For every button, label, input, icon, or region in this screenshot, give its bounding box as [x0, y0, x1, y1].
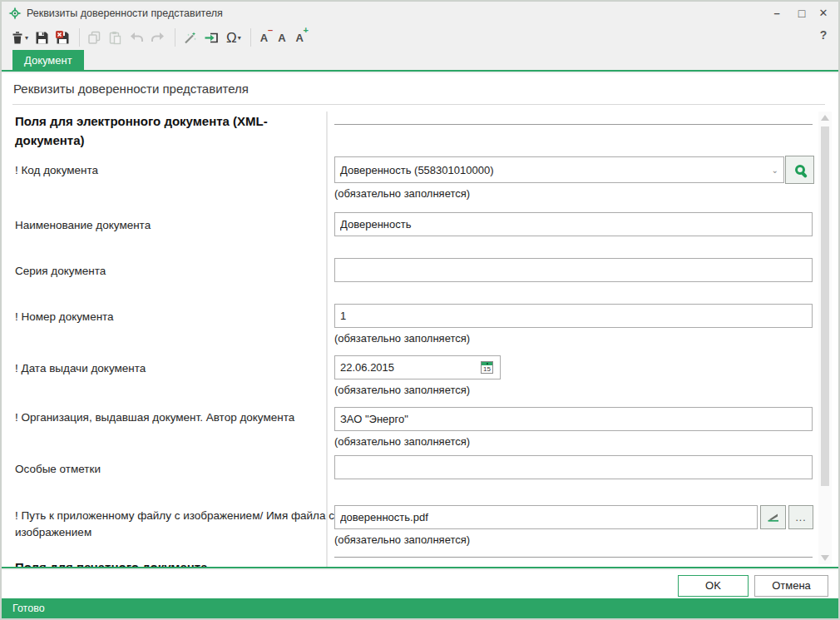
minimize-button[interactable]: –	[765, 4, 788, 22]
toolbar-separator	[79, 28, 80, 47]
ok-button[interactable]: OK	[678, 575, 749, 597]
magic-wand-icon	[183, 31, 197, 45]
trash-icon	[11, 31, 24, 45]
plus-icon: +	[303, 25, 308, 35]
section-header-xml: Поля для электронного документа (XML-док…	[15, 112, 323, 150]
font-letter: A	[278, 32, 285, 44]
font-increase-button[interactable]: A+	[292, 27, 308, 48]
doc-series-input[interactable]	[334, 258, 813, 282]
label-doc-number: ! Номер документа	[15, 309, 324, 325]
label-doc-series: Серия документа	[15, 263, 324, 280]
ellipsis-icon: ...	[795, 514, 806, 521]
status-bar: Готово	[2, 598, 838, 618]
dialog-window: Реквизиты доверенности представителя – □…	[0, 0, 840, 620]
form-content: Реквизиты доверенности представителя Пол…	[2, 73, 838, 568]
omega-icon: Ω	[226, 31, 237, 45]
doc-code-value: Доверенность (558301010000)	[340, 164, 493, 176]
import-button[interactable]	[201, 27, 222, 48]
calendar-icon-day: 15	[482, 365, 492, 374]
paste-icon	[108, 31, 122, 45]
chevron-down-icon[interactable]: ▾	[25, 34, 28, 42]
label-doc-name: Наименование документа	[15, 217, 324, 234]
scroll-down-arrow[interactable]	[821, 555, 829, 561]
tab-document[interactable]: Документ	[12, 50, 84, 72]
label-doc-notes: Особые отметки	[15, 461, 324, 478]
help-button[interactable]: ?	[815, 27, 832, 43]
close-button[interactable]: ✕	[812, 4, 835, 22]
copy-button	[85, 27, 104, 48]
search-icon	[795, 165, 805, 175]
browse-file-button[interactable]: ...	[788, 505, 813, 529]
import-icon	[204, 31, 220, 45]
calendar-icon[interactable]: 15	[481, 361, 493, 374]
doc-notes-input[interactable]	[334, 455, 813, 479]
app-target-icon	[8, 7, 22, 20]
redo-icon	[151, 31, 166, 44]
required-hint: (обязательно заполняется)	[334, 435, 470, 448]
required-hint: (обязательно заполняется)	[334, 384, 470, 396]
undo-icon	[129, 31, 144, 44]
redo-button	[148, 27, 168, 48]
scanner-icon	[766, 512, 781, 523]
column-divider	[326, 112, 328, 568]
section-header-print: Поля для печатного документа	[15, 558, 323, 568]
font-default-button[interactable]: A	[274, 27, 289, 48]
font-letter: A	[260, 32, 268, 44]
wizard-button[interactable]	[180, 27, 200, 48]
field-separator-bottom	[334, 557, 813, 558]
required-hint: (обязательно заполняется)	[334, 533, 470, 546]
required-hint: (обязательно заполняется)	[334, 187, 470, 200]
scan-button[interactable]	[760, 505, 786, 529]
cancel-button[interactable]: Отмена	[754, 575, 828, 597]
delete-button[interactable]: ▾	[8, 27, 31, 48]
doc-code-combobox[interactable]: Доверенность (558301010000) ⌄	[334, 156, 784, 183]
required-hint: (обязательно заполняется)	[334, 332, 470, 345]
field-separator-top	[334, 124, 813, 125]
label-doc-issuer: ! Организация, выдавшая документ. Автор …	[15, 409, 306, 426]
toolbar: ▾	[2, 25, 838, 50]
font-decrease-button[interactable]: A–	[256, 27, 272, 48]
doc-code-search-button[interactable]	[785, 156, 814, 184]
save-remove-icon	[56, 31, 70, 45]
title-divider	[12, 104, 825, 105]
toolbar-separator	[250, 28, 251, 47]
symbol-button[interactable]: Ω ▾	[224, 27, 244, 48]
maximize-button[interactable]: □	[790, 4, 813, 22]
title-bar: Реквизиты доверенности представителя – □…	[2, 2, 838, 25]
paste-button	[106, 27, 125, 48]
footer: OK Отмена	[2, 570, 838, 598]
scroll-up-arrow[interactable]	[821, 115, 829, 121]
save-remove-button[interactable]	[53, 27, 72, 48]
scrollbar-thumb[interactable]	[821, 126, 829, 486]
save-icon	[35, 31, 49, 45]
label-doc-date: ! Дата выдачи документа	[15, 360, 324, 377]
doc-issuer-input[interactable]	[334, 407, 813, 431]
label-doc-file: ! Путь к приложенному файлу с изображени…	[15, 508, 335, 541]
save-button[interactable]	[32, 27, 52, 48]
copy-icon	[87, 31, 101, 45]
label-doc-code: ! Код документа	[15, 162, 324, 179]
window-title: Реквизиты доверенности представителя	[27, 7, 223, 19]
undo-button	[126, 27, 146, 48]
doc-file-input[interactable]	[334, 505, 758, 529]
chevron-down-icon[interactable]: ▾	[238, 34, 241, 42]
doc-date-input[interactable]	[334, 355, 501, 379]
tab-bar: Документ	[2, 50, 838, 72]
doc-name-input[interactable]	[334, 212, 813, 236]
doc-number-input[interactable]	[334, 304, 813, 328]
status-text: Готово	[12, 603, 45, 614]
chevron-down-icon[interactable]: ⌄	[772, 166, 778, 175]
vertical-scrollbar[interactable]	[818, 112, 832, 564]
toolbar-separator	[175, 28, 175, 47]
minus-icon: –	[268, 25, 273, 35]
page-title: Реквизиты доверенности представителя	[13, 82, 249, 96]
